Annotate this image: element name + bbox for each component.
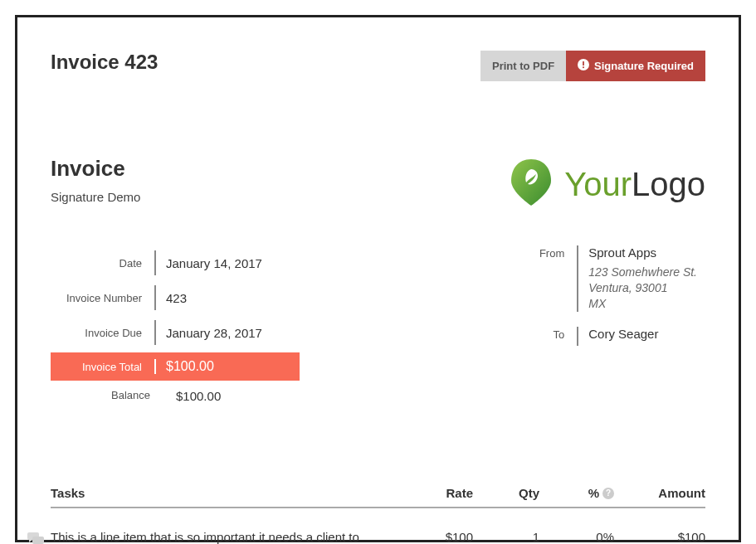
meta-number-row: Invoice Number 423: [51, 280, 300, 315]
date-label: Date: [51, 257, 154, 270]
invoice-due-label: Invoice Due: [51, 327, 154, 339]
from-addr-line1: 123 Somehwhere St.: [588, 265, 697, 280]
table-row: This is a line item that is so important…: [51, 508, 705, 544]
col-header-rate: Rate: [398, 486, 473, 500]
header-buttons: Print to PDF Signature Required: [480, 51, 705, 81]
from-row: From Sprout Apps 123 Somehwhere St. Vent…: [531, 245, 697, 312]
to-name: Cory Seager: [588, 327, 658, 341]
col-header-amount: Amount: [614, 486, 705, 500]
col-header-tasks: Tasks: [51, 486, 398, 500]
balance-label: Balance: [51, 389, 163, 403]
invoice-number-label: Invoice Number: [51, 292, 154, 304]
invoice-subtitle: Signature Demo: [51, 190, 140, 204]
leaf-icon: [508, 156, 554, 212]
page-title: Invoice 423: [51, 51, 158, 74]
comment-icon[interactable]: [27, 532, 44, 544]
col-header-qty: Qty: [473, 486, 539, 500]
logo-text: YourLogo: [564, 166, 705, 203]
help-icon[interactable]: ?: [602, 488, 614, 499]
task-rate: $100: [398, 530, 473, 544]
from-name: Sprout Apps: [588, 245, 697, 260]
invoice-due-value: January 28, 2017: [154, 320, 279, 345]
pct-label: %: [588, 486, 599, 500]
table-header: Tasks Rate Qty % ? Amount: [51, 486, 705, 508]
invoice-total-label: Invoice Total: [51, 361, 154, 373]
logo-your: Your: [564, 166, 632, 202]
meta-due-row: Invoice Due January 28, 2017: [51, 315, 300, 350]
invoice-number-value: 423: [154, 285, 279, 310]
to-label: To: [531, 327, 577, 346]
date-value: January 14, 2017: [154, 250, 279, 275]
task-qty: 1: [473, 530, 539, 544]
print-to-pdf-button[interactable]: Print to PDF: [480, 51, 566, 81]
signature-required-button[interactable]: Signature Required: [566, 51, 705, 81]
task-pct: 0%: [539, 530, 614, 544]
logo-logo: Logo: [632, 166, 705, 202]
svg-rect-1: [583, 61, 584, 66]
balance-value: $100.00: [163, 389, 287, 403]
print-label: Print to PDF: [492, 60, 554, 72]
signature-label: Signature Required: [594, 60, 694, 72]
from-addr-line2: Ventura, 93001: [588, 280, 697, 296]
company-logo: YourLogo: [508, 156, 705, 212]
meta-total-row: Invoice Total $100.00: [51, 352, 300, 381]
meta-date-row: Date January 14, 2017: [51, 245, 300, 280]
col-header-pct: % ?: [539, 486, 614, 500]
invoice-heading: Invoice: [51, 156, 140, 182]
task-description: This is a line item that is so important…: [51, 530, 398, 544]
meta-balance-row: Balance $100.00: [51, 381, 300, 411]
alert-icon: [578, 59, 589, 73]
from-label: From: [531, 245, 577, 312]
to-row: To Cory Seager: [531, 327, 697, 346]
invoice-total-value: $100.00: [154, 359, 279, 374]
svg-rect-2: [583, 66, 584, 68]
from-addr-line3: MX: [588, 296, 697, 312]
task-amount: $100: [614, 530, 705, 544]
